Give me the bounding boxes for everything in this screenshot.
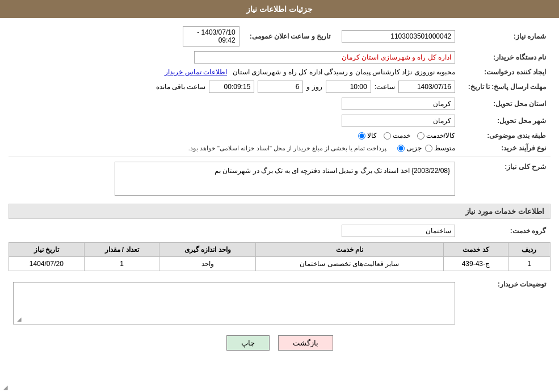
th-code: کد خدمت xyxy=(443,243,508,257)
creator-text: محبوبه نوروزی نژاد کارشناس پیمان و رسیدگ… xyxy=(233,68,455,76)
purchase-type-label: نوع فرآیند خرید: xyxy=(460,142,550,154)
th-row: ردیف xyxy=(508,243,550,257)
radio-kala[interactable]: کالا xyxy=(358,132,377,140)
main-content: شماره نیاز: 1103003501000042 تاریخ و ساع… xyxy=(0,18,559,365)
page-title: جزئیات اطلاعات نیاز xyxy=(246,5,313,14)
services-header-row: ردیف کد خدمت نام خدمت واحد اندازه گیری ت… xyxy=(9,243,550,257)
province-value: کرمان xyxy=(9,95,460,112)
print-button[interactable]: چاپ xyxy=(226,335,270,351)
th-name: نام خدمت xyxy=(256,243,444,257)
buyer-notes-label: توضیحات خریدار: xyxy=(460,277,550,327)
city-field: کرمان xyxy=(342,115,455,127)
buyer-notes-table: توضیحات خریدار: ◢ xyxy=(9,277,550,327)
th-qty: تعداد / مقدار xyxy=(84,243,159,257)
radio-khedmat-input[interactable] xyxy=(384,132,391,140)
purchase-type-row: نوع فرآیند خرید: متوسط جزیی پرداخت تمام … xyxy=(9,142,550,154)
service-group-row: گروه خدمت: ساختمان xyxy=(9,222,550,239)
service-group-table: گروه خدمت: ساختمان xyxy=(9,222,550,239)
td-code: ج-43-439 xyxy=(443,257,508,271)
city-label: شهر محل تحویل: xyxy=(460,112,550,129)
deadline-inline: 1403/07/16 ساعت: 10:00 روز و 6 00:09:15 … xyxy=(13,81,455,93)
jozii-label: جزیی xyxy=(406,144,422,152)
buyer-org-row: نام دستگاه خریدار: اداره کل راه و شهرساز… xyxy=(9,49,550,66)
back-button[interactable]: بازگشت xyxy=(278,335,333,351)
request-number-value: 1103003501000042 xyxy=(335,24,460,49)
announce-value: 1403/07/10 - 09:42 xyxy=(20,24,244,49)
request-number-field: 1103003501000042 xyxy=(342,30,455,43)
separator-1 xyxy=(9,157,550,157)
purchase-type-inline: متوسط جزیی پرداخت تمام یا بخشی از مبلغ خ… xyxy=(13,144,455,152)
category-row: طبقه بندی موضوعی: کالا/خدمت خدمت کالا xyxy=(9,129,550,142)
deadline-value: 1403/07/16 ساعت: 10:00 روز و 6 00:09:15 … xyxy=(9,78,460,95)
description-value: {2003/22/08} اخذ اسناد تک برگ و تبدیل اس… xyxy=(9,159,460,198)
radio-khedmat[interactable]: خدمت xyxy=(384,132,410,140)
radio-motavasset-input[interactable] xyxy=(425,145,432,152)
description-row: شرح کلی نیاز: {2003/22/08} اخذ اسناد تک … xyxy=(9,159,550,198)
description-box: {2003/22/08} اخذ اسناد تک برگ و تبدیل اس… xyxy=(115,162,455,196)
td-qty: 1 xyxy=(84,257,159,271)
request-number-label: شماره نیاز: xyxy=(460,24,550,49)
creator-value: محبوبه نوروزی نژاد کارشناس پیمان و رسیدگ… xyxy=(9,66,460,78)
purchase-note: پرداخت تمام یا بخشی از مبلغ خریدار از مح… xyxy=(188,145,387,152)
description-table: شرح کلی نیاز: {2003/22/08} اخذ اسناد تک … xyxy=(9,159,550,198)
radio-kala-khedmat[interactable]: کالا/خدمت xyxy=(417,132,455,140)
buyer-notes-row: توضیحات خریدار: ◢ xyxy=(9,277,550,327)
page-header: جزئیات اطلاعات نیاز xyxy=(0,0,559,18)
buyer-notes-value: ◢ xyxy=(9,277,460,327)
request-number-row: شماره نیاز: 1103003501000042 تاریخ و ساع… xyxy=(9,24,550,49)
radio-jozii[interactable]: جزیی xyxy=(397,144,422,152)
deadline-date-field: 1403/07/16 xyxy=(398,81,455,93)
description-text: {2003/22/08} اخذ اسناد تک برگ و تبدیل اس… xyxy=(215,167,450,175)
services-section-title: اطلاعات خدمات مورد نیاز xyxy=(9,204,550,219)
deadline-time-field: 10:00 xyxy=(326,81,371,93)
province-label: استان محل تحویل: xyxy=(460,95,550,112)
kala-label: کالا xyxy=(367,132,377,140)
service-group-value: ساختمان xyxy=(9,222,460,239)
td-unit: واحد xyxy=(159,257,256,271)
radio-kala-input[interactable] xyxy=(358,132,365,140)
creator-label: ایجاد کننده درخواست: xyxy=(460,66,550,78)
services-table-body: 1ج-43-439سایر فعالیت‌های تخصصی ساختمانوا… xyxy=(9,257,550,271)
city-value: کرمان xyxy=(9,112,460,129)
deadline-time-label: ساعت: xyxy=(375,83,395,91)
radio-jozii-input[interactable] xyxy=(397,145,405,152)
announce-field: 1403/07/10 - 09:42 xyxy=(183,26,239,47)
services-section: اطلاعات خدمات مورد نیاز گروه خدمت: ساختم… xyxy=(9,204,550,271)
purchase-type-value: متوسط جزیی پرداخت تمام یا بخشی از مبلغ خ… xyxy=(9,142,460,154)
province-field: کرمان xyxy=(342,98,455,110)
deadline-remaining-field: 00:09:15 xyxy=(209,81,254,93)
td-date: 1404/07/20 xyxy=(9,257,85,271)
td-name: سایر فعالیت‌های تخصصی ساختمان xyxy=(256,257,444,271)
deadline-days-field: 6 xyxy=(258,81,303,93)
creator-link[interactable]: اطلاعات تماس خریدار xyxy=(165,68,227,76)
announce-label: تاریخ و ساعت اعلان عمومی: xyxy=(244,24,335,49)
service-group-field: ساختمان xyxy=(342,225,455,237)
motavasset-label: متوسط xyxy=(434,144,455,152)
buyer-org-field: اداره کل راه و شهرسازی استان کرمان xyxy=(194,51,455,64)
deadline-label: مهلت ارسال پاسخ: تا تاریخ: xyxy=(460,78,550,95)
notes-resize-handle[interactable]: ◢ xyxy=(15,316,22,323)
deadline-row: مهلت ارسال پاسخ: تا تاریخ: 1403/07/16 سا… xyxy=(9,78,550,95)
radio-motavasset[interactable]: متوسط xyxy=(425,144,455,152)
resize-handle[interactable]: ◢ xyxy=(1,384,8,391)
buyer-notes-area: ◢ xyxy=(13,282,455,324)
services-table: ردیف کد خدمت نام خدمت واحد اندازه گیری ت… xyxy=(9,242,550,271)
radio-kala-khedmat-input[interactable] xyxy=(417,132,424,140)
category-radio-group: کالا/خدمت خدمت کالا xyxy=(358,132,455,140)
buyer-notes-textarea[interactable] xyxy=(14,283,455,322)
td-row: 1 xyxy=(508,257,550,271)
deadline-day-label: روز و xyxy=(306,83,322,91)
info-table: شماره نیاز: 1103003501000042 تاریخ و ساع… xyxy=(9,24,550,154)
kala-khedmat-label: کالا/خدمت xyxy=(426,132,455,140)
khedmat-label: خدمت xyxy=(393,132,410,140)
service-group-label: گروه خدمت: xyxy=(460,222,550,239)
table-row: 1ج-43-439سایر فعالیت‌های تخصصی ساختمانوا… xyxy=(9,257,550,271)
province-row: استان محل تحویل: کرمان xyxy=(9,95,550,112)
creator-row: ایجاد کننده درخواست: محبوبه نوروزی نژاد … xyxy=(9,66,550,78)
buttons-row: بازگشت چاپ xyxy=(9,327,550,359)
city-row: شهر محل تحویل: کرمان xyxy=(9,112,550,129)
services-table-head: ردیف کد خدمت نام خدمت واحد اندازه گیری ت… xyxy=(9,243,550,257)
buyer-org-label: نام دستگاه خریدار: xyxy=(460,49,550,66)
th-date: تاریخ نیاز xyxy=(9,243,85,257)
deadline-remaining-label: ساعت باقی مانده xyxy=(156,83,206,91)
